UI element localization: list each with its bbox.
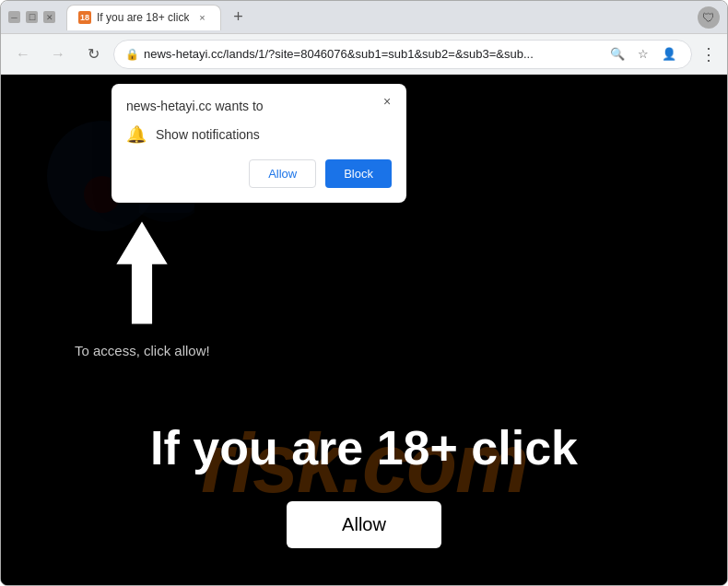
page-main-text: If you are 18+ click xyxy=(150,420,578,475)
page-allow-button[interactable]: Allow xyxy=(287,501,441,548)
search-icon[interactable]: 🔍 xyxy=(606,43,628,65)
tab-bar: 18 If you are 18+ click × + xyxy=(66,5,690,30)
popup-buttons: Allow Block xyxy=(126,159,392,188)
address-text: news-hetayi.cc/lands/1/?site=8046076&sub… xyxy=(144,47,601,61)
lock-icon: 🔒 xyxy=(125,48,138,61)
address-icons: 🔍 ☆ 👤 xyxy=(606,43,680,65)
browser-window: ─ ☐ ✕ 18 If you are 18+ click × + 🛡 ← → … xyxy=(0,0,728,586)
svg-marker-3 xyxy=(117,222,168,324)
popup-allow-button[interactable]: Allow xyxy=(249,159,316,188)
maximize-button[interactable]: ☐ xyxy=(26,11,38,23)
popup-notification-row: 🔔 Show notifications xyxy=(126,124,392,145)
popup-title: news-hetayi.cc wants to xyxy=(126,99,392,113)
popup-close-button[interactable]: × xyxy=(377,91,397,111)
reload-button[interactable]: ↻ xyxy=(78,40,108,69)
tab-close-button[interactable]: × xyxy=(194,10,209,25)
click-access-text: To access, click allow! xyxy=(75,343,210,358)
browser-shield-icon[interactable]: 🛡 xyxy=(698,6,720,29)
arrow-container: To access, click allow! xyxy=(75,217,210,358)
toolbar: ← → ↻ 🔒 news-hetayi.cc/lands/1/?site=804… xyxy=(1,34,727,75)
bookmark-icon[interactable]: ☆ xyxy=(632,43,654,65)
back-button[interactable]: ← xyxy=(8,40,38,69)
popup-notification-label: Show notifications xyxy=(156,127,260,142)
toolbar-right: ⋮ xyxy=(698,43,720,65)
tab-favicon: 18 xyxy=(78,11,91,24)
arrow-up-icon xyxy=(105,217,179,328)
active-tab[interactable]: 18 If you are 18+ click × xyxy=(66,5,221,30)
address-bar[interactable]: 🔒 news-hetayi.cc/lands/1/?site=8046076&s… xyxy=(113,40,692,69)
popup-block-button[interactable]: Block xyxy=(325,159,392,188)
profile-icon[interactable]: 👤 xyxy=(658,43,680,65)
title-bar: ─ ☐ ✕ 18 If you are 18+ click × + 🛡 xyxy=(1,1,727,34)
close-button[interactable]: ✕ xyxy=(43,11,55,23)
new-tab-button[interactable]: + xyxy=(225,5,251,30)
window-controls: ─ ☐ ✕ xyxy=(8,11,55,23)
notification-popup: × news-hetayi.cc wants to 🔔 Show notific… xyxy=(112,84,406,203)
menu-icon[interactable]: ⋮ xyxy=(698,43,720,65)
minimize-button[interactable]: ─ xyxy=(8,11,20,23)
bell-icon: 🔔 xyxy=(126,124,147,145)
tab-title: If you are 18+ click xyxy=(97,11,189,24)
forward-button[interactable]: → xyxy=(43,40,73,69)
content-area: To access, click allow! risk.com If you … xyxy=(1,75,727,585)
